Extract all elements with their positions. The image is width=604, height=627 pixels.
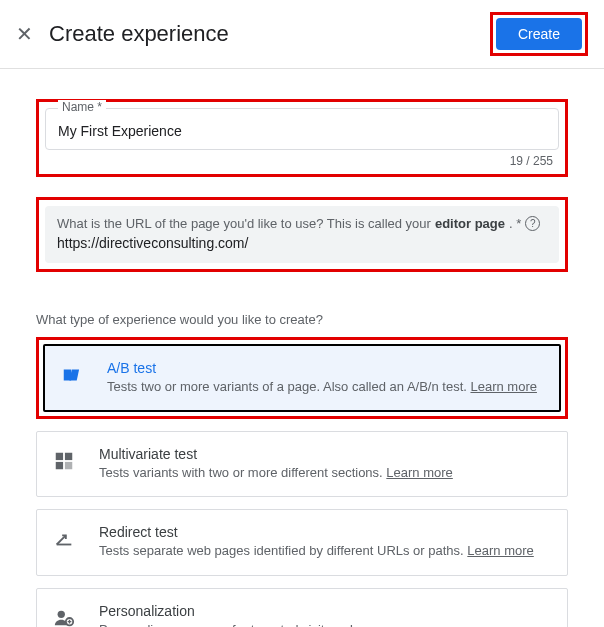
option-title: Redirect test — [99, 524, 551, 540]
multivariate-icon — [53, 450, 75, 472]
create-highlight: Create — [490, 12, 588, 56]
option-multivariate[interactable]: Multivariate test Tests variants with tw… — [36, 431, 568, 497]
option-personalization[interactable]: Personalization Personalize your page fo… — [36, 588, 568, 627]
learn-more-link[interactable]: Learn more — [467, 543, 533, 558]
url-prompt-pre: What is the URL of the page you'd like t… — [57, 216, 431, 231]
redirect-icon — [53, 528, 75, 550]
personalization-icon — [53, 607, 75, 627]
option-ab-test[interactable]: A/B test Tests two or more variants of a… — [43, 344, 561, 412]
create-button[interactable]: Create — [496, 18, 582, 50]
svg-rect-4 — [56, 462, 63, 469]
option-desc: Personalize your page for targeted visit… — [99, 621, 551, 627]
type-question: What type of experience would you like t… — [36, 312, 568, 327]
url-highlight: What is the URL of the page you'd like t… — [36, 197, 568, 272]
option-redirect[interactable]: Redirect test Tests separate web pages i… — [36, 509, 568, 575]
option-desc: Tests two or more variants of a page. Al… — [107, 378, 543, 396]
svg-point-6 — [58, 610, 65, 617]
dialog-title: Create experience — [49, 21, 490, 47]
option-title: Multivariate test — [99, 446, 551, 462]
name-field[interactable]: Name * — [45, 108, 559, 150]
close-icon[interactable]: ✕ — [16, 24, 33, 44]
learn-more-link[interactable]: Learn more — [470, 379, 536, 394]
url-value: https://directiveconsulting.com/ — [57, 235, 547, 251]
url-field[interactable]: What is the URL of the page you'd like t… — [45, 206, 559, 263]
ab-test-icon — [61, 364, 83, 386]
option-desc: Tests variants with two or more differen… — [99, 464, 551, 482]
name-label: Name * — [58, 100, 106, 114]
learn-more-link[interactable]: Learn more — [386, 465, 452, 480]
ab-highlight: A/B test Tests two or more variants of a… — [36, 337, 568, 419]
help-icon[interactable]: ? — [525, 216, 540, 231]
learn-more-link[interactable]: Learn more — [350, 622, 416, 627]
name-input[interactable] — [58, 123, 546, 139]
url-prompt-bold: editor page — [435, 216, 505, 231]
name-highlight: Name * 19 / 255 — [36, 99, 568, 177]
option-title: A/B test — [107, 360, 543, 376]
svg-rect-5 — [65, 462, 72, 469]
dialog-body: Name * 19 / 255 What is the URL of the p… — [0, 69, 604, 627]
option-desc: Tests separate web pages identified by d… — [99, 542, 551, 560]
option-title: Personalization — [99, 603, 551, 619]
url-prompt-post: . * — [509, 216, 521, 231]
dialog-header: ✕ Create experience Create — [0, 0, 604, 69]
url-label: What is the URL of the page you'd like t… — [57, 216, 547, 231]
svg-rect-3 — [65, 453, 72, 460]
svg-rect-2 — [56, 453, 63, 460]
name-counter: 19 / 255 — [45, 150, 559, 168]
